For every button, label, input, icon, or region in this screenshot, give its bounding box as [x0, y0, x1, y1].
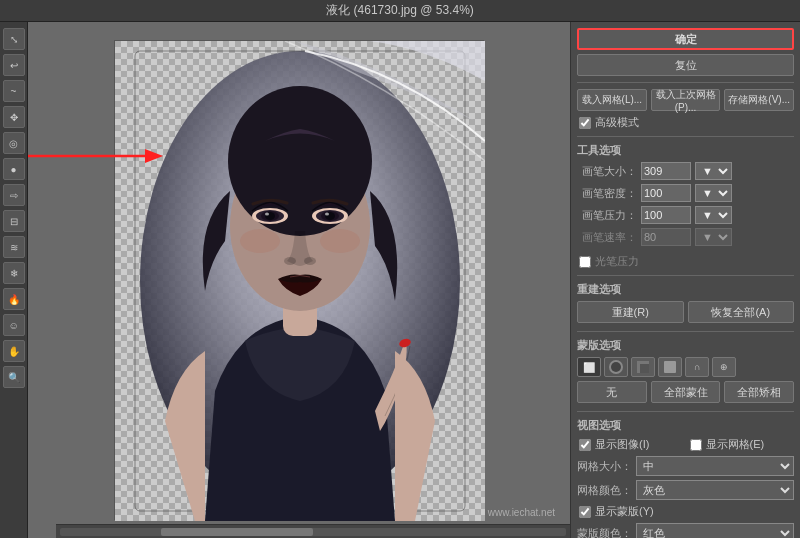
tool-thaw[interactable]: 🔥: [3, 288, 25, 310]
brush-size-label: 画笔大小：: [577, 164, 637, 179]
stylus-pressure-checkbox[interactable]: [579, 256, 591, 268]
brush-size-input[interactable]: [641, 162, 691, 180]
show-mesh-label: 显示网格(E): [706, 437, 765, 452]
brush-pressure-label: 画笔压力：: [577, 208, 637, 223]
show-mask-checkbox[interactable]: [579, 506, 591, 518]
mesh-size-label: 网格大小：: [577, 459, 632, 474]
mask-title: 蒙版选项: [577, 338, 794, 353]
svg-point-24: [320, 229, 360, 253]
tool-smooth[interactable]: ~: [3, 80, 25, 102]
mask-invert-button[interactable]: 全部矫相: [724, 381, 794, 403]
brush-size-select[interactable]: ▼: [695, 162, 732, 180]
mask-color-select[interactable]: 红色: [636, 523, 794, 538]
reconstruct-title: 重建选项: [577, 282, 794, 297]
svg-point-20: [325, 213, 329, 216]
reconstruct-section: 重建选项 重建(R) 恢复全部(A): [577, 282, 794, 323]
tool-move[interactable]: ✥: [3, 106, 25, 128]
advanced-mode-checkbox[interactable]: [579, 117, 591, 129]
mask-color-row: 蒙版颜色： 红色: [577, 523, 794, 538]
mask-icon-1[interactable]: ⬜: [577, 357, 601, 377]
mask-section: 蒙版选项 ⬜ ∩: [577, 338, 794, 403]
tool-reconstruct[interactable]: ↩: [3, 54, 25, 76]
show-image-row: 显示图像(I) 显示网格(E): [577, 437, 794, 452]
mask-text-buttons: 无 全部蒙住 全部矫相: [577, 381, 794, 403]
tool-turbulence[interactable]: ≋: [3, 236, 25, 258]
mesh-color-label: 网格颜色：: [577, 483, 632, 498]
confirm-button[interactable]: 确定: [577, 28, 794, 50]
tool-options-title: 工具选项: [577, 143, 794, 158]
brush-size-row: 画笔大小： ▼: [577, 162, 794, 180]
mask-icon-6[interactable]: ⊕: [712, 357, 736, 377]
mask-icon-2[interactable]: [604, 357, 628, 377]
svg-point-22: [304, 257, 316, 265]
tool-mirror[interactable]: ⊟: [3, 210, 25, 232]
tool-faceaware[interactable]: ☺: [3, 314, 25, 336]
reconstruct-button[interactable]: 重建(R): [577, 301, 684, 323]
mask-color-label: 蒙版颜色：: [577, 526, 632, 539]
svg-point-23: [240, 229, 280, 253]
mask-icon-4[interactable]: [658, 357, 682, 377]
brush-pressure-input[interactable]: [641, 206, 691, 224]
svg-point-10: [228, 86, 372, 236]
brush-density-row: 画笔密度： ▼: [577, 184, 794, 202]
show-image-checkbox[interactable]: [579, 439, 591, 451]
brush-density-select[interactable]: ▼: [695, 184, 732, 202]
show-image-checkbox-row: 显示图像(I): [577, 437, 684, 452]
mesh-color-row: 网格颜色： 灰色: [577, 480, 794, 500]
show-mesh-checkbox[interactable]: [690, 439, 702, 451]
brush-speed-row: 画笔速率： ▼: [577, 228, 794, 246]
mask-icon-buttons: ⬜ ∩ ⊕: [577, 357, 794, 377]
brush-density-label: 画笔密度：: [577, 186, 637, 201]
mask-icon-3[interactable]: [631, 357, 655, 377]
mask-icon-5[interactable]: ∩: [685, 357, 709, 377]
show-mask-row: 显示蒙版(Y): [577, 504, 794, 519]
stylus-pressure-label: 光笔压力: [595, 254, 639, 269]
show-image-label: 显示图像(I): [595, 437, 649, 452]
show-mask-label: 显示蒙版(Y): [595, 504, 654, 519]
tool-bloat[interactable]: ●: [3, 158, 25, 180]
reconstruct-buttons: 重建(R) 恢复全部(A): [577, 301, 794, 323]
tool-warp[interactable]: ⤡: [3, 28, 25, 50]
save-mesh-button[interactable]: 存储网格(V)...: [724, 89, 794, 111]
brush-speed-label: 画笔速率：: [577, 230, 637, 245]
watermark: www.iechat.net: [488, 507, 555, 518]
brush-pressure-select[interactable]: ▼: [695, 206, 732, 224]
mesh-size-select[interactable]: 中: [636, 456, 794, 476]
horizontal-scrollbar[interactable]: [56, 524, 570, 538]
canvas-image: [115, 41, 485, 521]
tool-options-section: 工具选项 画笔大小： ▼ 画笔密度： ▼ 画笔压力： ▼: [577, 143, 794, 246]
mask-none-button[interactable]: 无: [577, 381, 647, 403]
reset-button[interactable]: 复位: [577, 54, 794, 76]
brush-density-input[interactable]: [641, 184, 691, 202]
main-layout: ⤡ ↩ ~ ✥ ◎ ● ⇨ ⊟ ≋ ❄ 🔥 ☺ ✋ 🔍: [0, 22, 800, 538]
tool-pucker[interactable]: ◎: [3, 132, 25, 154]
show-mesh-checkbox-row: 显示网格(E): [688, 437, 795, 452]
mesh-color-select[interactable]: 灰色: [636, 480, 794, 500]
canvas-area[interactable]: www.iechat.net: [28, 22, 570, 538]
svg-point-15: [265, 213, 269, 216]
mesh-size-row: 网格大小： 中: [577, 456, 794, 476]
tool-freeze[interactable]: ❄: [3, 262, 25, 284]
brush-speed-select: ▼: [695, 228, 732, 246]
brush-speed-input: [641, 228, 691, 246]
stylus-pressure-row: 光笔压力: [577, 254, 794, 269]
tool-push[interactable]: ⇨: [3, 184, 25, 206]
load-last-mesh-button[interactable]: 载入上次网格(P)...: [651, 89, 721, 111]
advanced-mode-label: 高级模式: [595, 115, 639, 130]
action-buttons: 确定: [577, 28, 794, 50]
svg-point-21: [284, 257, 296, 265]
left-toolbar: ⤡ ↩ ~ ✥ ◎ ● ⇨ ⊟ ≋ ❄ 🔥 ☺ ✋ 🔍: [0, 22, 28, 538]
advanced-mode-row: 高级模式: [577, 115, 794, 130]
mask-all-button[interactable]: 全部蒙住: [651, 381, 721, 403]
brush-pressure-row: 画笔压力： ▼: [577, 206, 794, 224]
view-title: 视图选项: [577, 418, 794, 433]
tool-zoom[interactable]: 🔍: [3, 366, 25, 388]
load-mesh-button[interactable]: 载入网格(L)...: [577, 89, 647, 111]
canvas-container: [114, 40, 484, 520]
right-panel: 确定 复位 载入网格(L)... 载入上次网格(P)... 存储网格(V)...…: [570, 22, 800, 538]
title-text: 液化 (461730.jpg @ 53.4%): [326, 2, 474, 19]
tool-hand[interactable]: ✋: [3, 340, 25, 362]
title-bar: 液化 (461730.jpg @ 53.4%): [0, 0, 800, 22]
restore-all-button[interactable]: 恢复全部(A): [688, 301, 795, 323]
view-section: 视图选项 显示图像(I) 显示网格(E) 网格大小： 中 网格颜色：: [577, 418, 794, 538]
